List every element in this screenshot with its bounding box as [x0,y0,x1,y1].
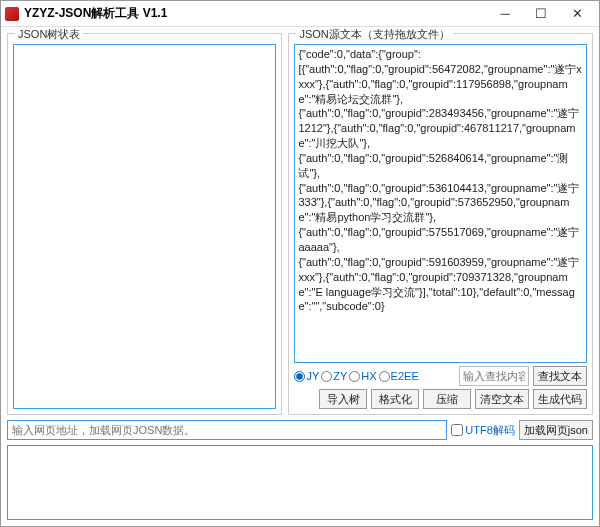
find-text-button[interactable]: 查找文本 [533,366,587,386]
generate-code-button[interactable]: 生成代码 [533,389,587,409]
utf8-checkbox-input[interactable] [451,424,463,436]
tree-title: JSON树状表 [15,27,83,42]
radio-zy[interactable]: ZY [321,370,347,382]
engine-radio-group: JY ZY HX E2EE [294,370,455,382]
radio-hx-label: HX [361,370,376,382]
window-controls: ─ ☐ ✕ [487,2,595,26]
radio-hx-input[interactable] [349,371,360,382]
radio-jy-label: JY [306,370,319,382]
json-source-textarea[interactable] [294,44,587,363]
radio-row: JY ZY HX E2EE [294,366,587,386]
radio-jy-input[interactable] [294,371,305,382]
radio-e2ee-input[interactable] [379,371,390,382]
app-window: YZYZ-JSON解析工具 V1.1 ─ ☐ ✕ JSON树状表 JSON源文本… [0,0,600,527]
client-area: JSON树状表 JSON源文本（支持拖放文件） JY ZY [1,27,599,526]
format-button[interactable]: 格式化 [371,389,419,409]
minimize-button[interactable]: ─ [487,2,523,26]
source-title: JSON源文本（支持拖放文件） [296,27,452,42]
load-url-button[interactable]: 加载网页json [519,420,593,440]
radio-zy-input[interactable] [321,371,332,382]
utf8-checkbox-label: UTF8解码 [465,423,515,438]
window-title: YZYZ-JSON解析工具 V1.1 [24,5,167,22]
radio-e2ee-label: E2EE [391,370,419,382]
output-textarea[interactable] [7,445,593,520]
radio-hx[interactable]: HX [349,370,376,382]
tree-groupbox: JSON树状表 [7,33,282,415]
maximize-button[interactable]: ☐ [523,2,559,26]
url-input[interactable] [7,420,447,440]
clear-text-button[interactable]: 清空文本 [475,389,529,409]
button-row: 导入树 格式化 压缩 清空文本 生成代码 [294,389,587,409]
radio-e2ee[interactable]: E2EE [379,370,419,382]
url-row: UTF8解码 加载网页json [7,420,593,440]
json-tree[interactable] [13,44,276,409]
radio-zy-label: ZY [333,370,347,382]
radio-jy[interactable]: JY [294,370,319,382]
utf8-checkbox[interactable]: UTF8解码 [451,423,515,438]
import-tree-button[interactable]: 导入树 [319,389,367,409]
search-input[interactable] [459,366,529,386]
close-button[interactable]: ✕ [559,2,595,26]
top-row: JSON树状表 JSON源文本（支持拖放文件） JY ZY [7,33,593,415]
source-groupbox: JSON源文本（支持拖放文件） JY ZY [288,33,593,415]
app-icon [5,7,19,21]
titlebar: YZYZ-JSON解析工具 V1.1 ─ ☐ ✕ [1,1,599,27]
compress-button[interactable]: 压缩 [423,389,471,409]
